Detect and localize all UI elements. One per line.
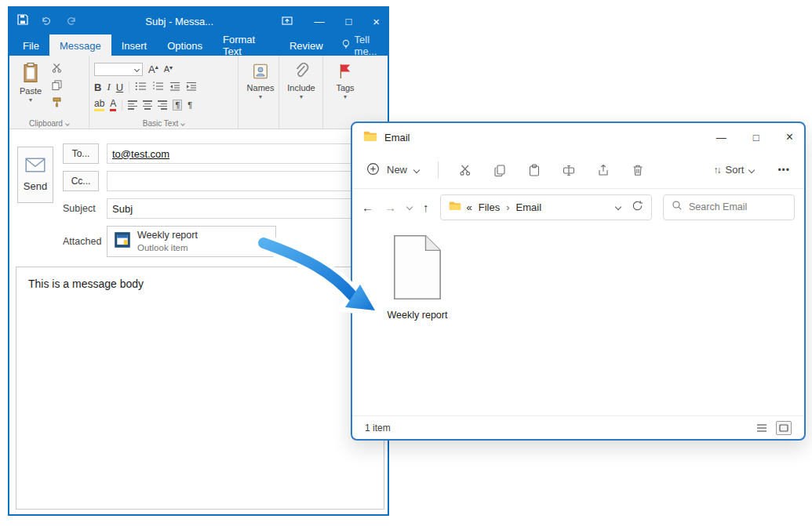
minimize-icon[interactable]: — [716, 132, 726, 143]
breadcrumb-item-files[interactable]: Files [478, 201, 501, 213]
minimize-icon[interactable]: — [314, 16, 324, 27]
tags-button[interactable]: Tags ▾ [328, 60, 362, 125]
attachment-chip[interactable]: Weekly report Outlook item ▾ [107, 226, 276, 257]
maximize-icon[interactable]: □ [345, 16, 351, 27]
paste-label: Paste [20, 86, 42, 96]
file-item[interactable]: Weekly report [374, 234, 461, 321]
undo-icon[interactable] [41, 14, 53, 28]
shrink-font-button[interactable]: A▾ [164, 64, 173, 74]
to-field[interactable]: to@test.com [107, 143, 356, 164]
ltr-paragraph-icon[interactable]: ¶ [173, 100, 182, 111]
attachment-type: Outlook item [137, 242, 198, 253]
align-center-icon[interactable] [143, 100, 152, 110]
breadcrumb-separator-icon: › [506, 201, 509, 213]
copy-icon[interactable] [492, 162, 508, 178]
copy-icon[interactable] [52, 80, 62, 92]
basic-text-group-label[interactable]: Basic Text [89, 119, 238, 128]
paste-button[interactable]: Paste ▾ [14, 60, 47, 117]
align-right-icon[interactable] [158, 100, 167, 110]
send-button[interactable]: Send [17, 147, 53, 203]
cc-button[interactable]: Cc... [63, 171, 99, 191]
search-input[interactable] [689, 201, 786, 212]
breadcrumb-item-email[interactable]: Email [515, 201, 543, 213]
share-icon[interactable] [595, 162, 611, 178]
see-more-icon[interactable]: ••• [777, 165, 790, 176]
sort-button[interactable]: ↑↓ Sort [714, 164, 755, 176]
tell-me-box[interactable]: Tell me... [341, 34, 388, 56]
bullet-list-icon[interactable] [135, 82, 147, 93]
send-label: Send [24, 180, 47, 192]
to-row: To... to@test.com [63, 143, 356, 164]
bold-button[interactable]: B [94, 82, 101, 93]
explorer-titlebar[interactable]: Email — □ × [352, 123, 804, 151]
search-box[interactable] [663, 194, 795, 220]
new-button[interactable]: New [366, 162, 419, 178]
outlook-titlebar[interactable]: Subj - Messa... — □ × [9, 8, 388, 34]
address-bar[interactable]: « Files › Email [440, 194, 653, 220]
attachment-caret-icon[interactable]: ▾ [265, 238, 269, 245]
include-button[interactable]: Include ▾ [284, 60, 319, 125]
text-highlight-button[interactable]: ab [94, 99, 104, 111]
font-color-button[interactable]: A [110, 99, 116, 111]
tab-format-text[interactable]: Format Text [213, 34, 279, 56]
explorer-navigation-bar: ← → ↑ « Files › Email [352, 189, 804, 225]
ribbon-group-names: Names ▾ [239, 56, 279, 129]
cut-icon[interactable] [52, 63, 62, 74]
delete-icon[interactable] [630, 162, 646, 178]
subject-input[interactable] [112, 203, 351, 215]
font-name-combobox[interactable] [94, 63, 143, 76]
recent-locations-caret-icon[interactable] [406, 204, 413, 210]
numbered-list-icon[interactable] [152, 82, 164, 93]
dialog-launcher-icon[interactable] [65, 122, 70, 126]
dialog-launcher-icon[interactable] [180, 122, 185, 126]
align-left-icon[interactable] [128, 100, 137, 110]
close-icon[interactable]: × [786, 130, 793, 144]
tab-message[interactable]: Message [49, 34, 111, 56]
tab-insert[interactable]: Insert [111, 34, 158, 56]
names-button[interactable]: Names ▾ [243, 60, 278, 125]
details-view-icon[interactable] [754, 421, 770, 435]
outlook-window-controls: — □ × [282, 16, 380, 27]
divider [129, 82, 129, 93]
ribbon-group-tags: Tags ▾ [323, 56, 362, 129]
underline-button[interactable]: U [116, 82, 123, 93]
subject-label: Subject [63, 203, 99, 214]
tab-file[interactable]: File [13, 34, 49, 56]
paste-caret-icon: ▾ [29, 97, 32, 103]
large-icons-view-icon[interactable] [776, 421, 792, 435]
save-icon[interactable] [17, 14, 28, 28]
address-caret-icon[interactable] [615, 204, 621, 210]
paste-icon[interactable] [526, 162, 542, 178]
clipboard-group-label[interactable]: Clipboard [9, 119, 89, 128]
to-button[interactable]: To... [63, 143, 99, 164]
ribbon: Paste ▾ Clipboard A▴ [9, 56, 388, 129]
envelope-icon [25, 158, 46, 175]
message-body-editor[interactable]: This is a message body [16, 267, 384, 510]
subject-field[interactable] [107, 198, 356, 219]
explorer-window: Email — □ × New ↑↓ Sort [351, 122, 806, 441]
tab-options[interactable]: Options [157, 34, 213, 56]
cut-icon[interactable] [457, 162, 473, 178]
rename-icon[interactable] [561, 162, 577, 178]
back-icon[interactable]: ← [362, 201, 373, 213]
search-icon [672, 200, 683, 214]
decrease-indent-icon[interactable] [169, 82, 180, 93]
new-caret-icon [413, 166, 420, 172]
to-recipient[interactable]: to@test.com [112, 148, 169, 160]
up-icon[interactable]: ↑ [423, 201, 429, 213]
ribbon-group-include: Include ▾ [279, 56, 323, 129]
tab-review[interactable]: Review [279, 34, 333, 56]
close-icon[interactable]: × [373, 16, 380, 27]
popout-icon[interactable] [282, 16, 293, 27]
increase-indent-icon[interactable] [186, 82, 197, 93]
cc-field[interactable] [107, 171, 356, 191]
redo-icon[interactable] [65, 14, 77, 28]
italic-button[interactable]: I [107, 81, 110, 93]
breadcrumb-overflow[interactable]: « [467, 201, 472, 213]
forward-icon[interactable]: → [384, 201, 396, 213]
grow-font-button[interactable]: A▴ [148, 63, 158, 75]
rtl-paragraph-icon[interactable]: ¶ [188, 100, 192, 110]
format-painter-icon[interactable] [52, 97, 62, 109]
refresh-icon[interactable] [632, 200, 643, 214]
maximize-icon[interactable]: □ [753, 132, 759, 143]
